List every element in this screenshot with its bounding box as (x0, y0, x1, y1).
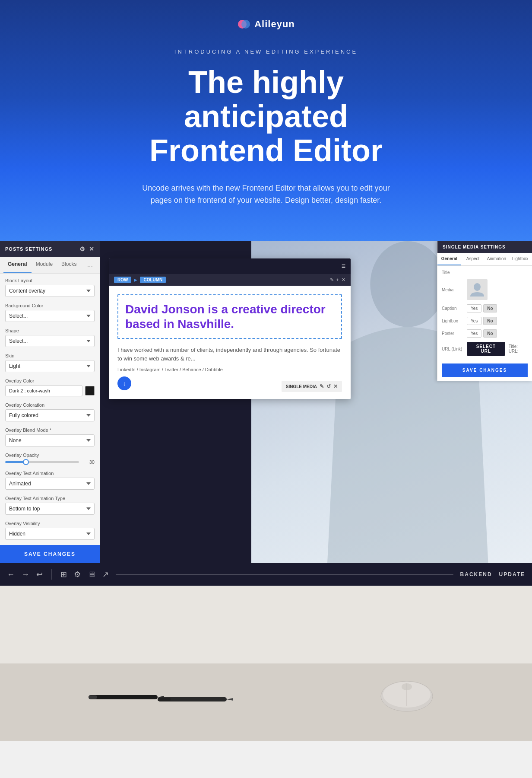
logo-text: Alileyun (254, 19, 295, 30)
background-color-label: Background Color (5, 303, 95, 308)
select-url-button[interactable]: SELECT URL (467, 342, 505, 356)
edit-sm-icon[interactable]: ✎ (320, 383, 324, 389)
opacity-slider-thumb[interactable] (23, 459, 29, 465)
shape-select[interactable]: Select... (5, 335, 95, 347)
mockup-topbar: ≡ (109, 258, 351, 274)
caption-no-btn[interactable]: No (483, 304, 497, 312)
close-sm-icon[interactable]: ✕ (333, 383, 338, 389)
crop-icon[interactable]: ⊞ (60, 570, 67, 579)
progress-bar (116, 574, 453, 575)
hero-title: The highly anticipated Frontend Editor (115, 65, 417, 168)
undo-icon[interactable]: ↩ (36, 570, 43, 579)
sm-tab-general[interactable]: General (437, 253, 461, 265)
pen-object-1 (86, 689, 164, 707)
refresh-sm-icon[interactable]: ↺ (326, 383, 331, 389)
toolbar-divider (51, 569, 52, 580)
overlay-color-input[interactable] (5, 385, 82, 396)
close-icon[interactable]: ✕ (342, 277, 345, 283)
forward-icon[interactable]: → (22, 570, 29, 579)
sm-tabs: General Aspect Animation Lightbox (437, 253, 532, 266)
settings-icon[interactable]: ⚙ (79, 246, 86, 252)
tab-module[interactable]: Module (32, 257, 57, 273)
back-icon[interactable]: ← (7, 570, 15, 579)
desktop-icon[interactable]: 🖥 (88, 570, 95, 579)
bottom-toolbar: ← → ↩ ⊞ ⚙ 🖥 ↗ BACKEND UPDATE (0, 563, 532, 586)
sm-caption-row: Caption Yes No (442, 304, 528, 312)
opacity-slider-track[interactable] (5, 461, 79, 463)
overlay-color-section: Overlay Color (0, 374, 100, 398)
overlay-color-row (5, 385, 95, 396)
svg-rect-8 (89, 695, 158, 699)
single-media-bar[interactable]: SINGLE MEDIA ✎ ↺ ✕ (282, 381, 342, 392)
caption-yes-btn[interactable]: Yes (467, 304, 481, 312)
block-layout-select[interactable]: Content overlay (5, 285, 95, 297)
breadcrumb-column[interactable]: COLUMN (140, 277, 166, 283)
sm-tab-aspect[interactable]: Aspect (461, 253, 485, 265)
hero-subtitle: INTRODUCING A NEW EDITING EXPERIENCE (9, 48, 523, 55)
logo-bar: Alileyun (9, 17, 523, 31)
lightbox-yes-btn[interactable]: Yes (467, 317, 481, 325)
overlay-coloration-label: Overlay Coloration (5, 402, 95, 408)
skin-select[interactable]: Light (5, 360, 95, 372)
content-body: I have worked with a number of clients, … (117, 346, 342, 363)
shape-label: Shape (5, 328, 95, 333)
tab-blocks[interactable]: Blocks (57, 257, 81, 273)
export-icon[interactable]: ↗ (102, 570, 109, 579)
tab-general[interactable]: General (3, 257, 32, 273)
overlay-text-anim-select[interactable]: Animated (5, 478, 95, 490)
desk-area (0, 586, 532, 741)
sm-url-row: URL (Link) SELECT URL Title: URL: (442, 342, 528, 356)
scroll-down-button[interactable]: ↓ (117, 376, 131, 390)
overlay-coloration-section: Overlay Coloration Fully colored (0, 398, 100, 423)
sm-poster-label: Poster (442, 331, 463, 336)
opacity-value: 30 (82, 459, 95, 465)
content-edit-box: David Jonson is a creative director base… (117, 294, 342, 339)
block-layout-label: Block Layout (5, 278, 95, 283)
sm-save-changes-button[interactable]: SAVE CHANGES (442, 363, 528, 377)
edit-icon[interactable]: ✎ (330, 277, 334, 283)
settings-tb-icon[interactable]: ⚙ (74, 570, 81, 579)
sm-tab-lightbox[interactable]: Lightbox (508, 253, 532, 265)
poster-yes-btn[interactable]: Yes (467, 329, 481, 338)
pen-2-svg (155, 692, 233, 707)
skin-label: Skin (5, 353, 95, 358)
mouse-svg (377, 675, 437, 714)
overlay-blend-select[interactable]: None (5, 434, 95, 446)
svg-point-3 (474, 283, 481, 291)
overlay-text-anim-type-section: Overlay Text Animation Type Bottom to to… (0, 491, 100, 517)
backend-label[interactable]: BACKEND (460, 571, 492, 577)
panel-tabs: General Module Blocks ... (0, 257, 100, 274)
tab-more[interactable]: ... (84, 257, 96, 273)
close-icon[interactable]: ✕ (89, 246, 95, 252)
hero-section: Alileyun INTRODUCING A NEW EDITING EXPER… (0, 0, 532, 241)
background-color-section: Background Color Select... (0, 299, 100, 324)
page-mockup: ≡ ROW ▶ COLUMN ✎ + ✕ David Jonson is a c… (109, 258, 351, 399)
overlay-coloration-select[interactable]: Fully colored (5, 409, 95, 421)
overlay-visibility-select[interactable]: Hidden (5, 528, 95, 540)
desk-surface (0, 663, 532, 741)
sm-title-label: Title (442, 270, 463, 275)
breadcrumb-row[interactable]: ROW (114, 277, 131, 283)
panel-header-icons: ⚙ ✕ (79, 246, 95, 252)
save-changes-button[interactable]: SAVE CHANGES (0, 545, 100, 563)
color-swatch[interactable] (85, 386, 95, 395)
overlay-text-anim-label: Overlay Text Animation (5, 471, 95, 476)
sm-tab-animation[interactable]: Animation (485, 253, 509, 265)
lightbox-no-btn[interactable]: No (483, 317, 497, 325)
svg-rect-10 (89, 695, 97, 699)
overlay-opacity-label: Overlay Opacity (5, 453, 95, 458)
logo-icon (237, 17, 251, 31)
poster-yes-no: Yes No (467, 329, 497, 338)
background-color-select[interactable]: Select... (5, 310, 95, 322)
poster-no-btn[interactable]: No (483, 329, 497, 338)
sm-media-thumbnail[interactable] (467, 279, 488, 300)
mockup-content: David Jonson is a creative director base… (109, 286, 351, 399)
block-layout-section: Block Layout Content overlay (0, 274, 100, 299)
caption-yes-no: Yes No (467, 304, 497, 312)
sm-media-label: Media (442, 287, 463, 292)
person-thumb-icon (469, 281, 486, 298)
sm-url-label: URL (Link) (442, 347, 463, 351)
overlay-text-anim-type-select[interactable]: Bottom to top (5, 503, 95, 515)
add-icon[interactable]: + (336, 277, 339, 283)
update-label[interactable]: UPDATE (499, 571, 525, 577)
